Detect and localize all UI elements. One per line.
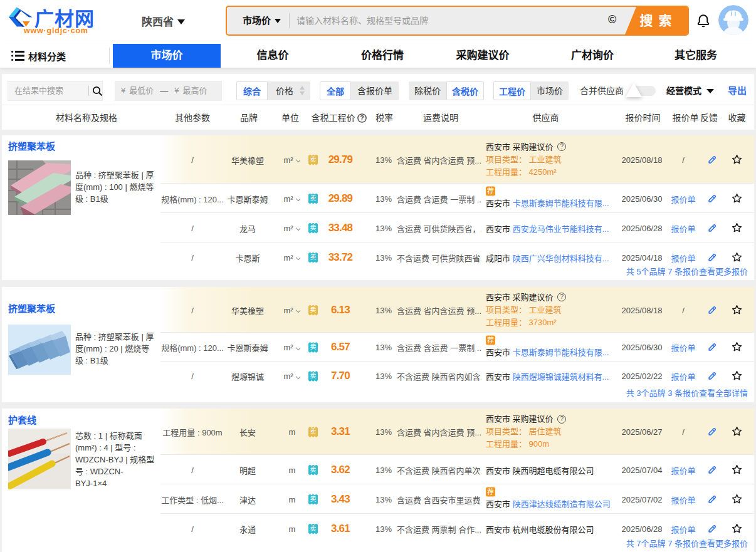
svg-text:?: ? [360,114,364,122]
